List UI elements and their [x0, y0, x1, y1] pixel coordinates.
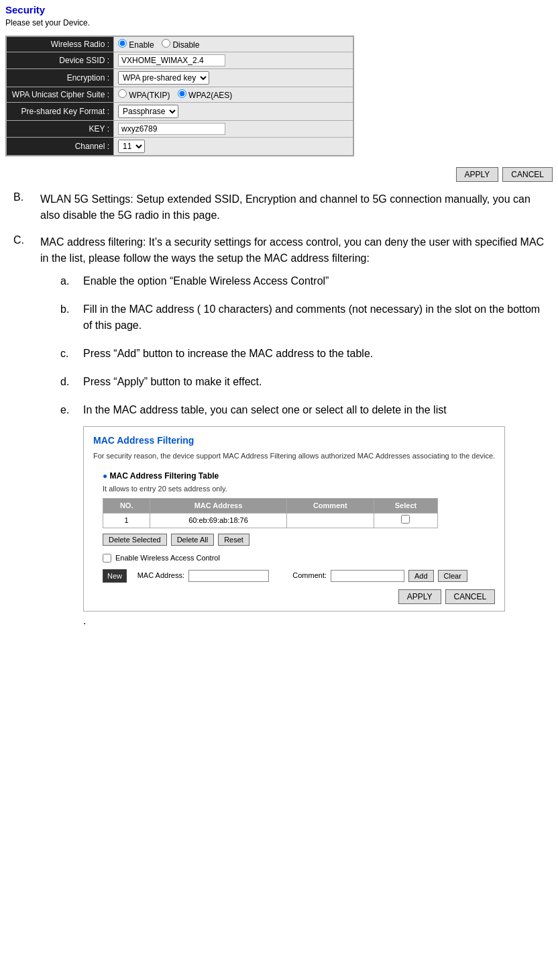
channel-select[interactable]: 11: [118, 140, 145, 153]
clear-button[interactable]: Clear: [438, 570, 467, 582]
wpa-tkip-radio[interactable]: [118, 89, 127, 98]
table-row: 1 60:eb:69:ab:18:76: [103, 513, 438, 528]
list-item: b. Fill in the MAC address ( 10 characte…: [60, 301, 545, 334]
settings-table: Wireless Radio : Enable Disable Device S…: [6, 36, 353, 156]
key-label: KEY :: [7, 121, 114, 138]
mac-filter-table-title: ● MAC Address Filtering Table: [103, 470, 495, 482]
sub-item-e-text: In the MAC address table, you can select…: [83, 404, 447, 415]
section-C-letter: C.: [13, 234, 32, 641]
table-row: Encryption : WPA pre-shared key: [7, 69, 353, 87]
enable-radio[interactable]: [118, 39, 127, 48]
sub-item-b-letter: b.: [60, 301, 76, 334]
wpa-cipher-label: WPA Unicast Cipher Suite :: [7, 87, 114, 103]
wpa2-aes-label[interactable]: WPA2(AES): [178, 91, 232, 100]
device-ssid-input[interactable]: [118, 54, 225, 66]
delete-all-button[interactable]: Delete All: [171, 534, 214, 546]
encryption-label: Encryption :: [7, 69, 114, 87]
col-comment: Comment: [286, 499, 374, 513]
mac-add-row: New MAC Address: Comment: Add Clear: [103, 569, 495, 583]
table-row: KEY :: [7, 121, 353, 138]
mac-row-select-cell: [374, 513, 437, 528]
page-subtitle: Please set your Device.: [0, 17, 558, 32]
mac-row-comment: [286, 513, 374, 528]
sub-item-a-text: Enable the option “Enable Wireless Acces…: [83, 273, 329, 289]
disable-radio[interactable]: [162, 39, 170, 48]
table-row: Channel : 11: [7, 138, 353, 156]
mac-filter-desc: For security reason, the device support …: [93, 450, 495, 462]
mac-row-no: 1: [103, 513, 150, 528]
list-item: c. Press “Add” button to increase the MA…: [60, 346, 545, 362]
mac-address-input[interactable]: [188, 570, 269, 582]
add-button[interactable]: Add: [408, 570, 434, 582]
section-B-letter: B.: [13, 191, 32, 224]
table-row: WPA Unicast Cipher Suite : WPA(TKIP) WPA…: [7, 87, 353, 103]
mac-filter-table-section: ● MAC Address Filtering Table It allows …: [103, 470, 495, 583]
new-button[interactable]: New: [103, 569, 127, 583]
key-format-label: Pre-shared Key Format :: [7, 103, 114, 121]
list-item: d. Press “Apply” button to make it effec…: [60, 374, 545, 390]
mac-cancel-button[interactable]: CANCEL: [445, 589, 496, 604]
enable-access-control-checkbox[interactable]: [103, 554, 111, 562]
col-no: NO.: [103, 499, 150, 513]
key-format-cell: Passphrase: [114, 103, 353, 121]
mac-table-title-text: MAC Address Filtering Table: [110, 471, 219, 481]
period-dot: .: [83, 616, 505, 626]
sub-item-e-letter: e.: [60, 402, 76, 629]
table-row: Wireless Radio : Enable Disable: [7, 37, 353, 52]
sub-item-c-text: Press “Add” button to increase the MAC a…: [83, 346, 373, 362]
mac-row-address: 60:eb:69:ab:18:76: [150, 513, 286, 528]
table-row: Device SSID :: [7, 52, 353, 69]
mac-apply-button[interactable]: APPLY: [398, 589, 441, 604]
section-B-text: WLAN 5G Settings: Setup extended SSID, E…: [40, 191, 545, 224]
encryption-cell: WPA pre-shared key: [114, 69, 353, 87]
sub-item-d-letter: d.: [60, 374, 76, 390]
section-C: C. MAC address filtering: It’s a securit…: [13, 234, 545, 641]
wpa2-aes-radio[interactable]: [178, 89, 186, 98]
top-apply-cancel-row: APPLY CANCEL: [0, 163, 558, 186]
encryption-select[interactable]: WPA pre-shared key: [118, 71, 209, 85]
sub-item-d-text: Press “Apply” button to make it effect.: [83, 374, 262, 390]
key-cell: [114, 121, 353, 138]
wireless-radio-cell: Enable Disable: [114, 37, 353, 52]
device-ssid-label: Device SSID :: [7, 52, 114, 69]
top-apply-button[interactable]: APPLY: [456, 167, 499, 182]
reset-button[interactable]: Reset: [218, 534, 249, 546]
col-select: Select: [374, 499, 437, 513]
list-item: e. In the MAC address table, you can sel…: [60, 402, 545, 629]
main-content: B. WLAN 5G Settings: Setup extended SSID…: [0, 186, 558, 657]
key-format-select[interactable]: Passphrase: [118, 105, 178, 118]
wpa-tkip-label[interactable]: WPA(TKIP): [118, 91, 172, 100]
page-title: Security: [0, 0, 558, 17]
table-row: NO. MAC Address Comment Select: [103, 499, 438, 513]
sub-list: a. Enable the option “Enable Wireless Ac…: [60, 273, 545, 629]
enable-radio-label[interactable]: Enable: [118, 40, 156, 50]
sub-item-b-text: Fill in the MAC address ( 10 characters)…: [83, 301, 545, 334]
wireless-radio-label: Wireless Radio :: [7, 37, 114, 52]
enable-access-control-label: Enable Wireless Access Control: [115, 552, 220, 564]
section-B: B. WLAN 5G Settings: Setup extended SSID…: [13, 191, 545, 224]
delete-selected-button[interactable]: Delete Selected: [103, 534, 167, 546]
mac-filter-box: MAC Address Filtering For security reaso…: [83, 426, 505, 611]
settings-container: Wireless Radio : Enable Disable Device S…: [5, 36, 354, 156]
mac-filter-title: MAC Address Filtering: [93, 434, 495, 448]
mac-filter-table-subtitle: It allows to entry 20 sets address only.: [103, 483, 495, 495]
mac-address-table: NO. MAC Address Comment Select 1: [103, 498, 438, 528]
disable-radio-label[interactable]: Disable: [162, 40, 199, 50]
section-C-text: MAC address filtering: It’s a security s…: [40, 236, 544, 264]
comment-label: Comment:: [273, 570, 327, 581]
mac-apply-cancel-row: APPLY CANCEL: [93, 589, 495, 604]
top-cancel-button[interactable]: CANCEL: [502, 167, 553, 182]
channel-cell: 11: [114, 138, 353, 156]
col-mac: MAC Address: [150, 499, 286, 513]
channel-label: Channel :: [7, 138, 114, 156]
wpa-cipher-cell: WPA(TKIP) WPA2(AES): [114, 87, 353, 103]
sub-item-a-letter: a.: [60, 273, 76, 289]
sub-item-c-letter: c.: [60, 346, 76, 362]
table-row: Pre-shared Key Format : Passphrase: [7, 103, 353, 121]
mac-table-buttons: Delete Selected Delete All Reset: [103, 534, 495, 546]
comment-input[interactable]: [331, 570, 404, 582]
mac-row-checkbox[interactable]: [401, 515, 410, 524]
list-item: a. Enable the option “Enable Wireless Ac…: [60, 273, 545, 289]
key-input[interactable]: [118, 123, 225, 135]
device-ssid-cell: [114, 52, 353, 69]
